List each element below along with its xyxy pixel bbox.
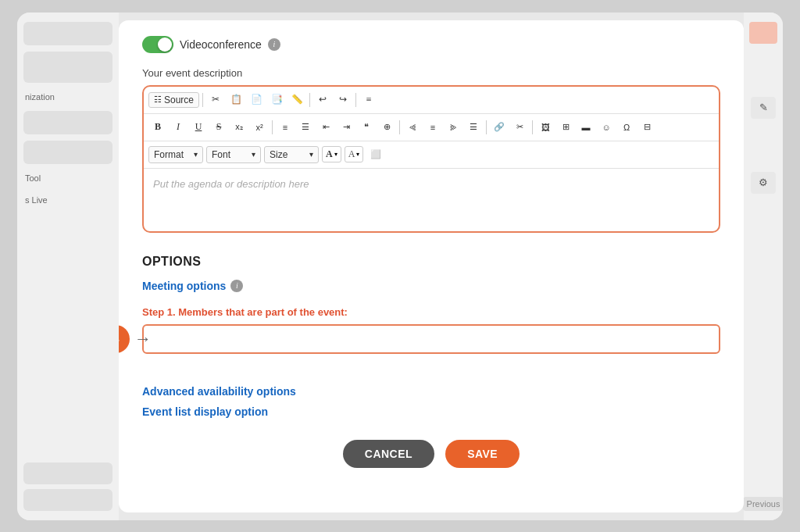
font-label: Font bbox=[212, 149, 230, 160]
step4-badge: 4 bbox=[119, 325, 130, 353]
subscript-button[interactable]: x₂ bbox=[230, 118, 248, 137]
strikethrough-button[interactable]: S bbox=[209, 118, 228, 137]
indent-button[interactable]: ⇥ bbox=[337, 118, 355, 137]
paste-text-button[interactable]: 📑 bbox=[267, 91, 286, 109]
emoji-button[interactable]: ☺ bbox=[597, 118, 616, 137]
hline-button[interactable]: ▬ bbox=[577, 118, 595, 137]
step4-arrow: → bbox=[134, 329, 152, 349]
meeting-options-info-icon[interactable]: i bbox=[230, 280, 243, 292]
toggle-knob bbox=[158, 37, 172, 52]
special-char-button[interactable]: Ω bbox=[617, 118, 636, 137]
videoconference-row: Videoconference i bbox=[142, 36, 720, 53]
step1-label: Step 1. Members that are part of the eve… bbox=[142, 306, 720, 318]
justify-button[interactable]: ☰ bbox=[464, 118, 483, 137]
remove-format-button[interactable]: ⬜ bbox=[366, 145, 385, 164]
size-label: Size bbox=[270, 149, 288, 160]
editor-box: ☷ Source ✂ 📋 📄 📑 📏 ↩ ↪ ≡ B I U S bbox=[142, 85, 720, 233]
undo-button[interactable]: ↩ bbox=[313, 91, 332, 109]
copy-button[interactable]: 📋 bbox=[227, 91, 245, 109]
outdent-button[interactable]: ⇤ bbox=[316, 118, 335, 137]
image-button[interactable]: 🖼 bbox=[536, 118, 555, 137]
ordered-list-button[interactable]: ≡ bbox=[276, 118, 295, 137]
videoconference-info-icon[interactable]: i bbox=[268, 38, 280, 51]
sidebar-item bbox=[23, 22, 112, 45]
save-button[interactable]: SAVE bbox=[445, 440, 520, 468]
modal-content: Videoconference i Your event description… bbox=[119, 20, 744, 512]
toolbar-separator bbox=[532, 120, 533, 134]
videoconference-toggle[interactable] bbox=[142, 36, 173, 53]
align-left-button[interactable]: ⫷ bbox=[403, 118, 422, 137]
meeting-options-row: Meeting options i bbox=[142, 280, 720, 292]
editor-content-area[interactable]: Put the agenda or description here bbox=[144, 169, 719, 231]
toolbar-separator bbox=[202, 93, 203, 107]
redo-button[interactable]: ↪ bbox=[334, 91, 352, 109]
toolbar-row-1: ☷ Source ✂ 📋 📄 📑 📏 ↩ ↪ ≡ bbox=[144, 87, 719, 114]
blockquote-button[interactable]: ❝ bbox=[357, 118, 376, 137]
right-rail: ✎ ⚙ Previous bbox=[744, 12, 783, 520]
members-wrapper: 4 → bbox=[142, 324, 720, 354]
toolbar-row-2: B I U S x₂ x² ≡ ☰ ⇤ ⇥ ❝ ⊕ ⫷ ≡ ⫸ ☰ 🔗 bbox=[144, 114, 719, 141]
rail-edit-icon[interactable]: ✎ bbox=[751, 97, 776, 119]
unordered-list-button[interactable]: ☰ bbox=[296, 118, 315, 137]
sidebar-item bbox=[23, 462, 112, 484]
align-right-button[interactable]: ⫸ bbox=[444, 118, 462, 137]
description-label: Your event description bbox=[142, 67, 720, 79]
cut-button[interactable]: ✂ bbox=[206, 91, 225, 109]
options-heading: OPTIONS bbox=[142, 255, 720, 269]
members-input[interactable] bbox=[142, 324, 720, 354]
source-button[interactable]: ☷ Source bbox=[148, 92, 199, 108]
sidebar-item bbox=[23, 489, 112, 511]
toolbar-row-3: Format Font Size A ▾ A ▾ ⬜ bbox=[144, 141, 719, 169]
rail-previous-label: Previous bbox=[743, 497, 783, 511]
table-button[interactable]: ⊞ bbox=[556, 118, 575, 137]
meeting-options-link[interactable]: Meeting options bbox=[142, 280, 226, 292]
creativecommons-button[interactable]: ⊕ bbox=[377, 118, 396, 137]
font-dropdown[interactable]: Font bbox=[206, 146, 261, 163]
rail-action-button[interactable] bbox=[749, 22, 777, 44]
advanced-availability-link[interactable]: Advanced availability options bbox=[142, 385, 720, 398]
unlink-button[interactable]: ✂ bbox=[510, 118, 529, 137]
videoconference-label: Videoconference bbox=[180, 38, 262, 51]
footer-buttons: CANCEL SAVE bbox=[142, 440, 720, 468]
sidebar-item bbox=[23, 52, 112, 83]
toolbar-separator bbox=[486, 120, 487, 134]
size-dropdown[interactable]: Size bbox=[264, 146, 319, 163]
toolbar-separator bbox=[399, 120, 400, 134]
show-blocks-button[interactable]: ⊟ bbox=[638, 118, 656, 137]
paste-word-button[interactable]: 📏 bbox=[288, 91, 306, 109]
link-button[interactable]: 🔗 bbox=[490, 118, 509, 137]
superscript-button[interactable]: x² bbox=[250, 118, 269, 137]
font-color-picker[interactable]: A ▾ bbox=[322, 146, 341, 162]
italic-button[interactable]: I bbox=[169, 118, 188, 137]
sidebar-label: Tool bbox=[23, 170, 112, 186]
find-button[interactable]: ≡ bbox=[359, 91, 378, 109]
toolbar-separator bbox=[309, 93, 310, 107]
toolbar-separator bbox=[272, 120, 273, 134]
format-dropdown[interactable]: Format bbox=[148, 146, 203, 163]
source-label: Source bbox=[164, 95, 194, 105]
align-center-button[interactable]: ≡ bbox=[423, 118, 442, 137]
sidebar-label: nization bbox=[23, 89, 112, 105]
toolbar-separator bbox=[355, 93, 356, 107]
sidebar: nization Tool s Live bbox=[17, 12, 119, 520]
underline-button[interactable]: U bbox=[189, 118, 208, 137]
rail-view-icon[interactable]: ⚙ bbox=[751, 172, 776, 194]
cancel-button[interactable]: CANCEL bbox=[343, 440, 434, 468]
screen-background: nization Tool s Live Videoconference i Y… bbox=[17, 12, 783, 520]
format-label: Format bbox=[154, 149, 184, 160]
event-list-display-link[interactable]: Event list display option bbox=[142, 405, 720, 418]
sidebar-item bbox=[23, 141, 112, 164]
highlight-color-picker[interactable]: A ▾ bbox=[345, 146, 364, 162]
paste-button[interactable]: 📄 bbox=[247, 91, 266, 109]
sidebar-label: s Live bbox=[23, 192, 112, 208]
bold-button[interactable]: B bbox=[148, 118, 167, 137]
sidebar-item bbox=[23, 111, 112, 134]
editor-placeholder: Put the agenda or description here bbox=[153, 178, 309, 190]
